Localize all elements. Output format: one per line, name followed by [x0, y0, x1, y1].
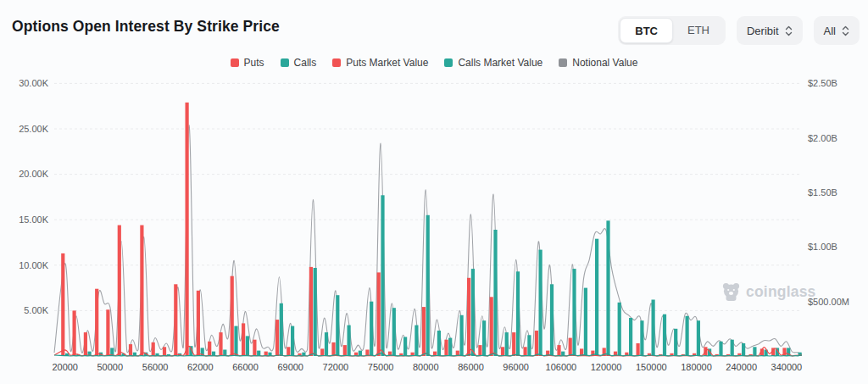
calls-bar[interactable] — [618, 303, 621, 356]
calls-bar[interactable] — [719, 342, 722, 356]
calls-bar[interactable] — [426, 215, 430, 356]
y-axis-right-tick: $1.00B — [808, 242, 837, 252]
calls-bar[interactable] — [437, 331, 441, 356]
puts-bar[interactable] — [106, 309, 109, 356]
y-axis-right-tick: $2.00B — [808, 133, 837, 143]
puts-bar[interactable] — [331, 342, 335, 356]
puts-bar[interactable] — [152, 342, 155, 356]
calls-bar[interactable] — [415, 326, 418, 356]
calls-bar[interactable] — [640, 320, 643, 356]
calls-bar[interactable] — [550, 284, 554, 356]
calls-bar[interactable] — [460, 315, 464, 356]
calls-bar[interactable] — [280, 303, 283, 356]
puts-bar[interactable] — [129, 344, 132, 356]
puts-bar[interactable] — [569, 338, 572, 356]
puts-bar[interactable] — [320, 348, 324, 356]
calls-bar[interactable] — [606, 220, 609, 356]
calls-bar[interactable] — [686, 316, 689, 356]
coinglass-watermark-text: coinglass — [746, 283, 816, 301]
calls-bar[interactable] — [505, 332, 509, 356]
y-axis-left-tick: 20.00K — [19, 169, 49, 179]
x-axis-tick: 86000 — [458, 362, 484, 372]
calls-bar[interactable] — [482, 320, 486, 356]
x-axis-tick: 150000 — [636, 362, 667, 372]
calls-bar[interactable] — [403, 337, 407, 357]
y-axis-right-tick: $2.50B — [808, 78, 837, 88]
calls-bar[interactable] — [325, 332, 328, 356]
calls-bar[interactable] — [493, 230, 497, 356]
x-axis-tick: 72000 — [323, 362, 349, 372]
calls-bar[interactable] — [392, 308, 396, 356]
puts-bar[interactable] — [467, 278, 470, 356]
calls-bar[interactable] — [742, 343, 745, 356]
puts-bar[interactable] — [557, 345, 560, 356]
calls-bar[interactable] — [629, 318, 632, 356]
x-axis-tick: 80000 — [413, 362, 439, 372]
puts-bar[interactable] — [524, 347, 527, 356]
puts-bar[interactable] — [219, 332, 222, 356]
calls-bar[interactable] — [471, 269, 475, 356]
puts-bar[interactable] — [501, 347, 504, 356]
puts-bar[interactable] — [163, 347, 166, 356]
calls-bar[interactable] — [697, 320, 700, 356]
x-axis-tick: 120000 — [591, 362, 622, 372]
calls-bar[interactable] — [731, 340, 734, 356]
calls-bar[interactable] — [572, 269, 576, 356]
x-axis-tick: 180000 — [681, 362, 712, 372]
calls-bar[interactable] — [584, 288, 587, 356]
puts-bar[interactable] — [174, 284, 177, 356]
puts-bar[interactable] — [186, 103, 189, 356]
puts-bar[interactable] — [61, 253, 64, 356]
calls-bar[interactable] — [336, 295, 339, 356]
calls-bar[interactable] — [314, 268, 317, 356]
calls-bar[interactable] — [663, 314, 666, 356]
x-axis-tick: 96000 — [503, 362, 529, 372]
calls-bar[interactable] — [753, 347, 756, 356]
coinglass-watermark: coinglass — [721, 281, 816, 303]
puts-bar[interactable] — [637, 343, 640, 356]
puts-bar[interactable] — [95, 289, 98, 356]
puts-bar[interactable] — [478, 345, 481, 356]
puts-bar[interactable] — [377, 272, 381, 356]
calls-bar[interactable] — [516, 271, 520, 356]
y-axis-left-tick: 25.00K — [19, 124, 49, 134]
x-axis-tick: 50000 — [97, 362, 124, 372]
calls-bar[interactable] — [527, 335, 531, 356]
calls-bar[interactable] — [234, 326, 237, 356]
puts-bar[interactable] — [208, 342, 211, 356]
calls-bar[interactable] — [291, 326, 294, 356]
calls-bar[interactable] — [370, 302, 373, 356]
calls-bar[interactable] — [348, 326, 351, 356]
puts-bar[interactable] — [309, 267, 313, 356]
puts-bar[interactable] — [422, 307, 426, 356]
puts-bar[interactable] — [535, 331, 538, 356]
puts-bar[interactable] — [444, 340, 448, 356]
puts-bar[interactable] — [140, 225, 143, 356]
calls-bar[interactable] — [652, 300, 655, 357]
options-open-interest-card: Options Open Interest By Strike Price BT… — [0, 0, 868, 384]
calls-bar[interactable] — [246, 336, 249, 356]
puts-bar[interactable] — [231, 276, 234, 356]
calls-bar[interactable] — [595, 239, 598, 356]
puts-bar[interactable] — [197, 291, 200, 356]
x-axis-tick: 20000 — [52, 362, 78, 372]
puts-bar[interactable] — [118, 225, 121, 356]
x-axis-tick: 69000 — [277, 362, 303, 372]
puts-bar[interactable] — [287, 347, 290, 356]
puts-bar[interactable] — [512, 332, 515, 356]
puts-bar[interactable] — [275, 320, 279, 356]
puts-bar[interactable] — [84, 332, 87, 356]
calls-bar[interactable] — [539, 250, 542, 356]
puts-bar[interactable] — [242, 323, 245, 356]
y-axis-left-tick: 5.00K — [24, 305, 48, 315]
calls-bar[interactable] — [674, 329, 677, 356]
puts-bar[interactable] — [253, 340, 256, 356]
calls-bar[interactable] — [448, 338, 452, 356]
y-axis-right-tick: $1.50B — [808, 187, 837, 198]
puts-bar[interactable] — [490, 297, 493, 356]
calls-bar[interactable] — [381, 195, 384, 356]
puts-bar[interactable] — [343, 345, 347, 356]
options-open-interest-chart[interactable]: 30.00K25.00K20.00K15.00K10.00K5.00K$2.50… — [0, 0, 868, 384]
x-axis-tick: 240000 — [726, 362, 757, 372]
puts-bar[interactable] — [73, 310, 76, 356]
